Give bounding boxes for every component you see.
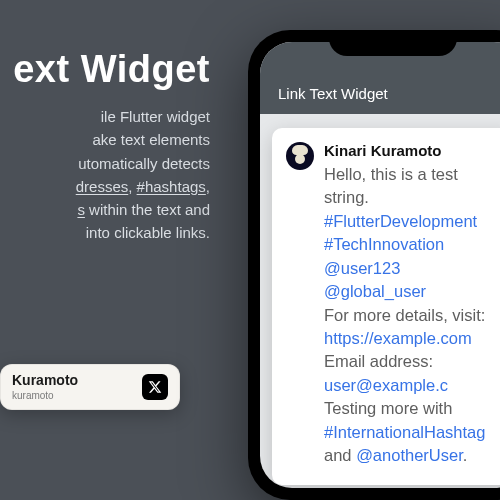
phone-mock: Link Text Widget Kinari Kuramoto Hello, … bbox=[248, 30, 500, 500]
promo-underlined: #hashtags bbox=[137, 178, 206, 195]
post-plain: Hello, this is a test string. bbox=[324, 165, 458, 206]
promo-underlined: s bbox=[77, 201, 85, 218]
hashtag-link[interactable]: #TechInnovation bbox=[324, 235, 444, 253]
url-link[interactable]: https://example.com bbox=[324, 329, 472, 347]
hashtag-link[interactable]: #FlutterDevelopment bbox=[324, 212, 477, 230]
post-card: Kinari Kuramoto Hello, this is a test st… bbox=[272, 128, 500, 485]
author-handle: kuramoto bbox=[12, 390, 134, 401]
author-text: Kuramoto kuramoto bbox=[12, 373, 134, 401]
promo-sep: , bbox=[206, 178, 210, 195]
promo-line: into clickable links. bbox=[86, 224, 210, 241]
appbar-title: Link Text Widget bbox=[278, 85, 388, 102]
post-plain: . bbox=[463, 446, 468, 464]
post-plain: For more details, visit: bbox=[324, 306, 485, 324]
avatar[interactable] bbox=[286, 142, 314, 170]
email-link[interactable]: user@example.c bbox=[324, 376, 448, 394]
promo-panel: ext Widget ile Flutter widget ake text e… bbox=[0, 48, 210, 245]
promo-line: ile Flutter widget bbox=[101, 108, 210, 125]
promo-line: within the text and bbox=[85, 201, 210, 218]
x-icon[interactable] bbox=[142, 374, 168, 400]
phone-notch bbox=[329, 30, 457, 56]
post-author: Kinari Kuramoto bbox=[324, 142, 500, 159]
mention-link[interactable]: @user123 bbox=[324, 259, 400, 277]
promo-description: ile Flutter widget ake text elements uto… bbox=[0, 105, 210, 245]
promo-line: ake text elements bbox=[92, 131, 210, 148]
post-plain: Email address: bbox=[324, 352, 433, 370]
promo-title: ext Widget bbox=[0, 48, 210, 91]
post-body: Kinari Kuramoto Hello, this is a test st… bbox=[324, 142, 500, 467]
mention-link[interactable]: @anotherUser bbox=[356, 446, 463, 464]
author-card[interactable]: Kuramoto kuramoto bbox=[0, 364, 180, 410]
phone-screen: Link Text Widget Kinari Kuramoto Hello, … bbox=[260, 42, 500, 488]
post-text: Hello, this is a test string. #FlutterDe… bbox=[324, 163, 500, 467]
post-plain: Testing more with bbox=[324, 399, 452, 417]
hashtag-link[interactable]: #InternationalHashtag bbox=[324, 423, 485, 441]
promo-sep: , bbox=[128, 178, 136, 195]
post-plain: and bbox=[324, 446, 356, 464]
promo-underlined: dresses bbox=[76, 178, 129, 195]
author-name: Kuramoto bbox=[12, 373, 134, 388]
mention-link[interactable]: @global_user bbox=[324, 282, 426, 300]
promo-line: utomatically detects bbox=[78, 155, 210, 172]
